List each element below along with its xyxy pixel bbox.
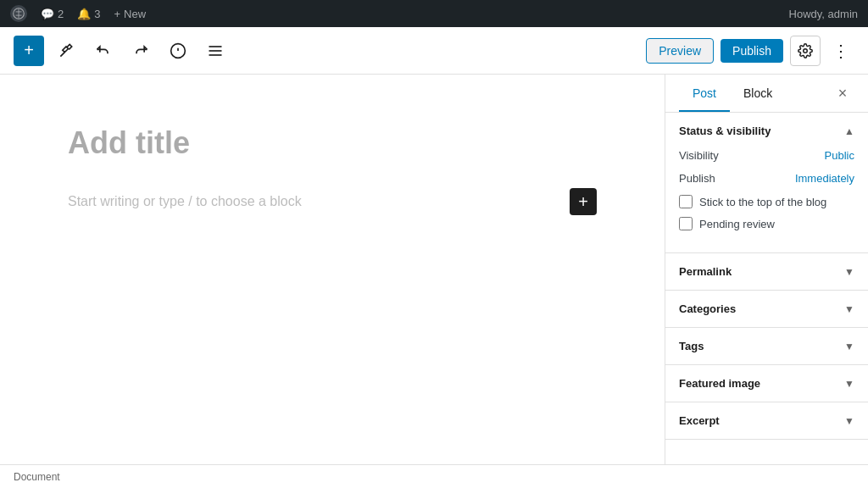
status-visibility-chevron: ▲: [844, 125, 854, 137]
wp-logo-icon[interactable]: [10, 5, 27, 22]
stick-to-top-row: Stick to the top of the blog: [679, 195, 854, 208]
categories-header[interactable]: Categories ▼: [665, 291, 868, 327]
notification-icon: 🔔: [77, 8, 91, 20]
permalink-label: Permalink: [679, 265, 732, 278]
tags-label: Tags: [679, 340, 704, 352]
status-visibility-content: Visibility Public Publish Immediately St…: [665, 149, 868, 252]
admin-bar: 💬 2 🔔 3 + New Howdy, admin: [0, 0, 868, 27]
tags-header[interactable]: Tags ▼: [665, 328, 868, 364]
tags-section: Tags ▼: [665, 328, 868, 365]
preview-button[interactable]: Preview: [646, 38, 714, 64]
featured-image-chevron: ▼: [844, 378, 854, 390]
featured-image-header[interactable]: Featured image ▼: [665, 365, 868, 402]
plus-icon-adminbar: +: [114, 8, 120, 20]
publish-row: Publish Immediately: [679, 172, 854, 185]
publish-label: Publish: [679, 172, 715, 185]
featured-image-section: Featured image ▼: [665, 365, 868, 402]
main-layout: Add title Start writing or type / to cho…: [0, 75, 868, 464]
comment-bubble-icon: 💬: [41, 8, 54, 20]
pending-review-checkbox[interactable]: [679, 217, 693, 230]
settings-button[interactable]: [790, 36, 821, 66]
featured-image-label: Featured image: [679, 377, 760, 390]
excerpt-header[interactable]: Excerpt ▼: [665, 402, 868, 439]
publish-button[interactable]: Publish: [721, 39, 783, 63]
tools-button[interactable]: [51, 36, 81, 66]
tab-block[interactable]: Block: [730, 75, 786, 112]
permalink-header[interactable]: Permalink ▼: [665, 253, 868, 290]
tab-post[interactable]: Post: [679, 75, 730, 112]
visibility-value[interactable]: Public: [825, 149, 854, 162]
add-block-button[interactable]: +: [570, 188, 597, 215]
admin-bar-left: 💬 2 🔔 3 + New: [10, 5, 146, 22]
new-label: New: [124, 8, 146, 20]
excerpt-label: Excerpt: [679, 414, 720, 427]
publish-value[interactable]: Immediately: [795, 172, 854, 185]
status-visibility-section: Status & visibility ▲ Visibility Public …: [665, 113, 868, 253]
excerpt-section: Excerpt ▼: [665, 402, 868, 440]
undo-button[interactable]: [88, 36, 119, 66]
stick-to-top-label: Stick to the top of the blog: [699, 196, 826, 208]
comments-count: 2: [58, 8, 64, 20]
new-post-item[interactable]: + New: [114, 8, 146, 20]
status-visibility-header[interactable]: Status & visibility ▲: [665, 113, 868, 149]
stick-to-top-checkbox[interactable]: [679, 195, 693, 208]
more-options-button[interactable]: ⋮: [827, 37, 854, 64]
editor-area[interactable]: Add title Start writing or type / to cho…: [0, 75, 665, 464]
sidebar: Post Block × Status & visibility ▲ Visib…: [665, 75, 868, 464]
notifications-count: 3: [94, 8, 100, 20]
toolbar-left: +: [14, 36, 231, 66]
howdy-text: Howdy, admin: [789, 8, 858, 20]
categories-section: Categories ▼: [665, 291, 868, 328]
comments-icon-item[interactable]: 💬 2: [41, 8, 64, 20]
list-view-button[interactable]: [200, 36, 231, 66]
document-status: Document: [14, 471, 60, 483]
permalink-chevron: ▼: [844, 266, 854, 278]
svg-point-7: [804, 48, 808, 53]
status-visibility-label: Status & visibility: [679, 125, 771, 137]
pending-review-row: Pending review: [679, 217, 854, 230]
info-button[interactable]: [163, 36, 193, 66]
categories-chevron: ▼: [844, 303, 854, 315]
visibility-row: Visibility Public: [679, 149, 854, 162]
pending-review-label: Pending review: [699, 218, 775, 230]
content-placeholder[interactable]: Start writing or type / to choose a bloc…: [68, 194, 556, 209]
content-area: Start writing or type / to choose a bloc…: [68, 188, 597, 215]
categories-label: Categories: [679, 302, 736, 315]
sidebar-tab-group: Post Block: [679, 75, 786, 112]
tags-chevron: ▼: [844, 341, 854, 352]
redo-button[interactable]: [125, 36, 156, 66]
sidebar-tabs: Post Block ×: [665, 75, 868, 113]
notifications-item[interactable]: 🔔 3: [77, 8, 100, 20]
toolbar-right: Preview Publish ⋮: [646, 36, 854, 66]
sidebar-close-button[interactable]: ×: [831, 81, 854, 105]
excerpt-chevron: ▼: [844, 415, 854, 427]
title-field[interactable]: Add title: [68, 125, 597, 161]
visibility-label: Visibility: [679, 149, 719, 162]
editor-toolbar: + Preview Publish ⋮: [0, 27, 868, 75]
status-bar: Document: [0, 464, 868, 488]
insert-block-button[interactable]: +: [14, 36, 44, 66]
permalink-section: Permalink ▼: [665, 253, 868, 291]
